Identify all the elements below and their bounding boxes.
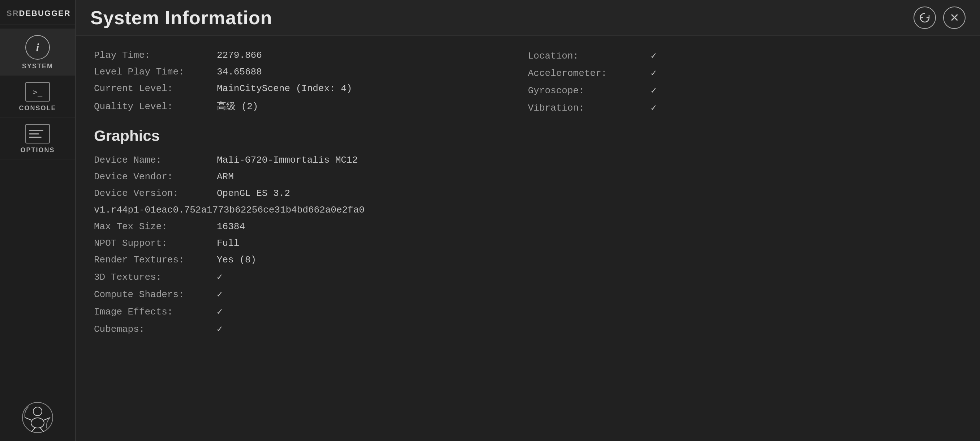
close-button[interactable]: ✕ xyxy=(943,6,966,29)
current-level-row: Current Level: MainCityScene (Index: 4) xyxy=(94,80,528,97)
compute-shaders-value: ✓ xyxy=(217,288,223,300)
svg-line-3 xyxy=(25,417,31,420)
compute-shaders-row: Compute Shaders: ✓ xyxy=(94,285,962,303)
header: System Information ✕ xyxy=(76,0,980,36)
cubemaps-value: ✓ xyxy=(217,323,223,335)
accelerometer-row: Accelerometer: ✓ xyxy=(528,64,962,82)
header-actions: ✕ xyxy=(913,6,966,29)
system-info-grid: Play Time: 2279.866 Level Play Time: 34.… xyxy=(94,47,962,116)
quality-level-label: Quality Level: xyxy=(94,101,217,112)
npot-support-row: NPOT Support: Full xyxy=(94,235,962,252)
gyroscope-value: ✓ xyxy=(651,84,657,96)
image-effects-value: ✓ xyxy=(217,306,223,317)
gyroscope-label: Gyroscope: xyxy=(528,85,651,96)
max-tex-size-value: 16384 xyxy=(217,221,245,232)
vibration-label: Vibration: xyxy=(528,103,651,113)
accelerometer-value: ✓ xyxy=(651,67,657,79)
options-icon-line3 xyxy=(29,137,41,138)
location-value: ✓ xyxy=(651,50,657,62)
avatar-svg xyxy=(21,401,54,434)
sidebar-logo: SRDEBUGGER xyxy=(0,4,75,25)
level-play-time-row: Level Play Time: 34.65688 xyxy=(94,64,528,80)
device-name-row: Device Name: Mali-G720-Immortalis MC12 xyxy=(94,152,962,169)
options-icon-line1 xyxy=(29,130,43,131)
max-tex-size-row: Max Tex Size: 16384 xyxy=(94,218,962,235)
page-title: System Information xyxy=(90,7,272,29)
sidebar-item-options-label: OPTIONS xyxy=(20,146,54,154)
device-version-extended-row: v1.r44p1-01eac0.752a1773b62256ce31b4bd66… xyxy=(94,202,962,218)
level-play-time-label: Level Play Time: xyxy=(94,67,217,77)
device-vendor-value: ARM xyxy=(217,171,234,182)
sidebar-bottom xyxy=(0,394,75,441)
device-version-row: Device Version: OpenGL ES 3.2 xyxy=(94,185,962,202)
avatar xyxy=(21,401,54,434)
options-icon xyxy=(25,124,50,143)
render-textures-row: Render Textures: Yes (8) xyxy=(94,252,962,268)
system-info-right: Location: ✓ Accelerometer: ✓ Gyroscope: … xyxy=(528,47,962,116)
vibration-row: Vibration: ✓ xyxy=(528,99,962,116)
sidebar-item-system[interactable]: i SYSTEM xyxy=(0,29,75,76)
system-info-left: Play Time: 2279.866 Level Play Time: 34.… xyxy=(94,47,528,116)
sidebar-item-console-label: CONSOLE xyxy=(19,105,56,112)
image-effects-row: Image Effects: ✓ xyxy=(94,303,962,320)
svg-point-2 xyxy=(31,418,44,428)
device-name-label: Device Name: xyxy=(94,155,217,166)
render-textures-value: Yes (8) xyxy=(217,255,256,265)
location-label: Location: xyxy=(528,51,651,62)
sidebar: SRDEBUGGER i SYSTEM >_ CONSOLE OPTIONS xyxy=(0,0,76,441)
logo-text: SRDEBUGGER xyxy=(6,9,71,18)
npot-support-value: Full xyxy=(217,238,239,249)
gyroscope-row: Gyroscope: ✓ xyxy=(528,82,962,99)
svg-line-6 xyxy=(40,428,44,432)
svg-line-5 xyxy=(32,428,35,432)
3d-textures-value: ✓ xyxy=(217,271,223,283)
device-vendor-row: Device Vendor: ARM xyxy=(94,169,962,185)
3d-textures-label: 3D Textures: xyxy=(94,272,217,283)
sidebar-item-console[interactable]: >_ CONSOLE xyxy=(0,76,75,118)
npot-support-label: NPOT Support: xyxy=(94,238,217,249)
device-name-value: Mali-G720-Immortalis MC12 xyxy=(217,155,358,166)
3d-textures-row: 3D Textures: ✓ xyxy=(94,268,962,285)
sidebar-item-options[interactable]: OPTIONS xyxy=(0,118,75,159)
current-level-value: MainCityScene (Index: 4) xyxy=(217,83,352,94)
location-row: Location: ✓ xyxy=(528,47,962,64)
content-area[interactable]: Play Time: 2279.866 Level Play Time: 34.… xyxy=(76,36,980,441)
refresh-icon xyxy=(919,11,931,24)
cubemaps-label: Cubemaps: xyxy=(94,324,217,335)
quality-level-row: Quality Level: 高级 (2) xyxy=(94,97,528,115)
render-textures-label: Render Textures: xyxy=(94,255,217,265)
device-version-value: OpenGL ES 3.2 xyxy=(217,188,290,199)
cubemaps-row: Cubemaps: ✓ xyxy=(94,320,962,338)
console-icon: >_ xyxy=(25,82,50,102)
compute-shaders-label: Compute Shaders: xyxy=(94,289,217,300)
main-content: System Information ✕ Play Time: 2279.866 xyxy=(76,0,980,441)
device-version-label: Device Version: xyxy=(94,188,217,199)
graphics-heading: Graphics xyxy=(94,127,962,145)
play-time-label: Play Time: xyxy=(94,50,217,61)
level-play-time-value: 34.65688 xyxy=(217,67,262,77)
system-icon: i xyxy=(25,35,50,60)
refresh-button[interactable] xyxy=(913,6,936,29)
quality-level-value: 高级 (2) xyxy=(217,100,258,112)
image-effects-label: Image Effects: xyxy=(94,307,217,317)
play-time-row: Play Time: 2279.866 xyxy=(94,47,528,64)
current-level-label: Current Level: xyxy=(94,83,217,94)
svg-point-1 xyxy=(33,407,42,416)
device-version-extended-value: v1.r44p1-01eac0.752a1773b62256ce31b4bd66… xyxy=(94,205,364,215)
device-vendor-label: Device Vendor: xyxy=(94,171,217,182)
play-time-value: 2279.866 xyxy=(217,50,262,61)
accelerometer-label: Accelerometer: xyxy=(528,68,651,79)
max-tex-size-label: Max Tex Size: xyxy=(94,221,217,232)
sidebar-item-system-label: SYSTEM xyxy=(22,62,53,70)
vibration-value: ✓ xyxy=(651,102,657,113)
options-icon-line2 xyxy=(29,134,39,134)
